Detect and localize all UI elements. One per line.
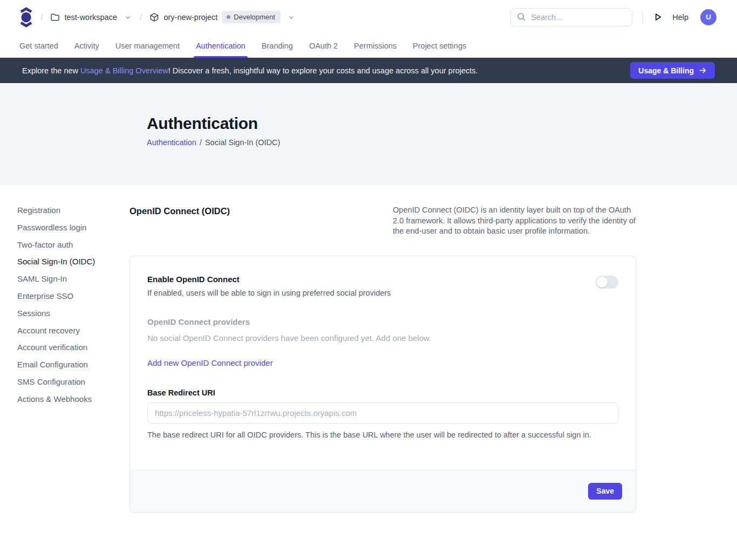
section-header: OpenID Connect (OIDC) OpenID Connect (OI… <box>129 205 636 237</box>
sidebar-item-saml-sign-in[interactable]: SAML Sign-In <box>17 274 129 291</box>
sidebar-item-enterprise-sso[interactable]: Enterprise SSO <box>17 291 129 308</box>
breadcrumb: Authentication/Social Sign-In (OIDC) <box>147 138 737 147</box>
chevron-down-icon <box>124 13 132 22</box>
banner-overview-link[interactable]: Usage & Billing Overview <box>80 66 168 75</box>
oidc-settings-card: Enable OpenID Connect If enabled, users … <box>129 256 636 513</box>
sidebar-item-two-factor-auth[interactable]: Two-factor auth <box>17 240 129 257</box>
content: Registration Passwordless login Two-fact… <box>0 185 737 513</box>
section-description: OpenID Connect (OIDC) is an identity lay… <box>393 205 636 237</box>
sidebar-item-account-verification[interactable]: Account verification <box>17 342 129 359</box>
folder-icon <box>50 12 60 22</box>
run-icon[interactable] <box>653 12 663 22</box>
search-box[interactable] <box>510 8 632 26</box>
user-avatar[interactable]: U <box>700 9 716 25</box>
page-hero: Authentication Authentication/Social Sig… <box>0 83 737 185</box>
tab-project-settings[interactable]: Project settings <box>413 34 466 58</box>
tab-branding[interactable]: Branding <box>262 34 293 58</box>
project-switcher[interactable]: ory-new-project Development <box>149 11 296 23</box>
arrow-right-icon <box>699 66 707 74</box>
usage-billing-button-label: Usage & Billing <box>638 66 694 75</box>
project-nav-tabs: Get started Activity User management Aut… <box>0 34 737 58</box>
search-icon <box>517 12 526 22</box>
add-provider-link[interactable]: Add new OpenID Connect provider <box>147 358 273 367</box>
auth-sidebar: Registration Passwordless login Two-fact… <box>0 185 129 513</box>
providers-empty-text: No social OpenID Connect providers have … <box>147 333 618 343</box>
sidebar-item-social-sign-in[interactable]: Social Sign-In (OIDC) <box>17 256 129 274</box>
banner-text-prefix: Explore the new <box>22 66 80 75</box>
toggle-knob <box>597 277 608 288</box>
sidebar-item-actions-webhooks[interactable]: Actions & Webhooks <box>17 394 129 411</box>
tab-oauth2[interactable]: OAuth 2 <box>309 34 338 58</box>
sidebar-item-sessions[interactable]: Sessions <box>17 308 129 325</box>
save-button[interactable]: Save <box>588 483 622 500</box>
breadcrumb-current: Social Sign-In (OIDC) <box>205 138 280 147</box>
topbar: / test-workspace / ory-new-project Devel… <box>0 0 737 34</box>
base-redirect-uri-label: Base Redirect URI <box>147 388 618 397</box>
enable-oidc-text: Enable OpenID Connect If enabled, users … <box>147 275 391 297</box>
card-footer: Save <box>130 470 636 512</box>
enable-oidc-title: Enable OpenID Connect <box>147 275 391 284</box>
workspace-switcher[interactable]: test-workspace <box>50 12 132 22</box>
enable-oidc-subtitle: If enabled, users will be able to sign i… <box>147 289 391 297</box>
usage-billing-banner: Explore the new Usage & Billing Overview… <box>0 58 737 83</box>
tab-permissions[interactable]: Permissions <box>354 34 397 58</box>
tab-authentication[interactable]: Authentication <box>196 34 245 58</box>
sidebar-item-passwordless-login[interactable]: Passwordless login <box>17 222 129 240</box>
workspace-name: test-workspace <box>64 13 117 22</box>
environment-badge: Development <box>222 11 281 23</box>
main-panel: OpenID Connect (OIDC) OpenID Connect (OI… <box>129 185 636 513</box>
sidebar-item-sms-configuration[interactable]: SMS Configuration <box>17 377 129 394</box>
search-input[interactable] <box>531 13 632 22</box>
tab-user-management[interactable]: User management <box>115 34 180 58</box>
tab-activity[interactable]: Activity <box>74 34 99 58</box>
breadcrumb-separator: / <box>40 12 43 22</box>
environment-dot-icon <box>227 15 230 19</box>
enable-oidc-toggle[interactable] <box>596 276 618 289</box>
base-redirect-uri-input[interactable] <box>147 402 618 424</box>
sidebar-item-email-configuration[interactable]: Email Configuration <box>17 359 129 377</box>
ory-logo-icon[interactable] <box>19 6 33 28</box>
sidebar-item-registration[interactable]: Registration <box>17 205 129 222</box>
environment-label: Development <box>234 13 275 21</box>
banner-text-suffix: ! Discover a fresh, insightful way to ex… <box>168 66 478 75</box>
topbar-divider <box>643 11 643 23</box>
tab-get-started[interactable]: Get started <box>19 34 58 58</box>
breadcrumb-parent-link[interactable]: Authentication <box>147 138 196 147</box>
page-title: Authentication <box>147 114 737 133</box>
enable-oidc-row: Enable OpenID Connect If enabled, users … <box>147 275 618 297</box>
base-redirect-uri-helper: The base redirect URI for all OIDC provi… <box>147 431 618 439</box>
section-title: OpenID Connect (OIDC) <box>129 205 230 216</box>
breadcrumb-separator: / <box>140 12 142 22</box>
project-name: ory-new-project <box>163 13 217 22</box>
chevron-down-icon <box>287 13 296 22</box>
help-link[interactable]: Help <box>672 13 688 22</box>
package-icon <box>149 12 159 22</box>
breadcrumb-sep: / <box>200 138 202 147</box>
sidebar-item-account-recovery[interactable]: Account recovery <box>17 325 129 343</box>
oidc-card-body: Enable OpenID Connect If enabled, users … <box>130 256 636 439</box>
banner-text: Explore the new Usage & Billing Overview… <box>22 66 478 75</box>
usage-billing-button[interactable]: Usage & Billing <box>630 62 715 79</box>
providers-label: OpenID Connect providers <box>147 317 618 326</box>
